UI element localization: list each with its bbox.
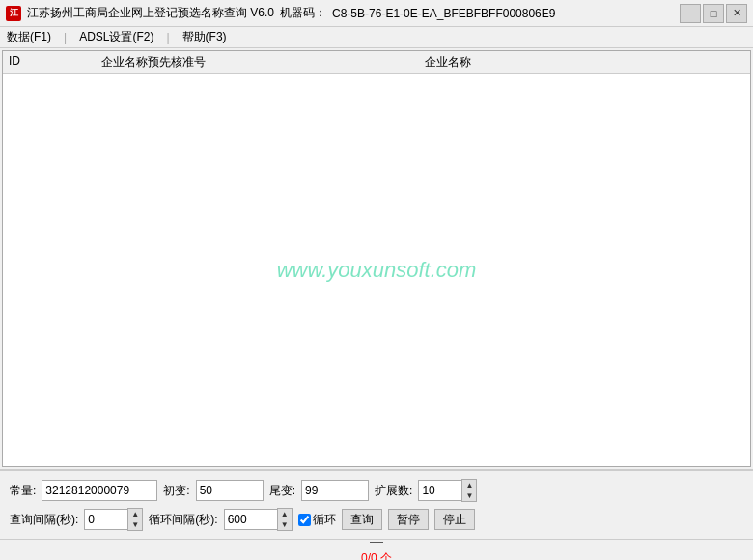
chu-input[interactable] bbox=[196, 480, 264, 501]
dash-line: — bbox=[370, 533, 383, 548]
main-content: ID 企业名称预先核准号 企业名称 www.youxunsoft.com bbox=[2, 50, 751, 467]
minimize-button[interactable]: ─ bbox=[680, 4, 701, 23]
control-row-2: 查询间隔(秒): ▲ ▼ 循环间隔(秒): ▲ ▼ 循环 查询 暂停 停止 bbox=[10, 508, 743, 531]
interval-spinner: ▲ ▼ bbox=[84, 508, 143, 531]
menu-bar: 数据(F1) | ADSL设置(F2) | 帮助(F3) bbox=[0, 27, 753, 48]
loop-check-wrap: 循环 bbox=[298, 512, 336, 528]
interval-spinner-btns: ▲ ▼ bbox=[127, 508, 143, 531]
loop-interval-down-btn[interactable]: ▼ bbox=[278, 519, 292, 530]
table-header: ID 企业名称预先核准号 企业名称 bbox=[3, 51, 750, 74]
menu-sep-1: | bbox=[64, 31, 67, 44]
interval-label: 查询间隔(秒): bbox=[10, 512, 78, 528]
menu-help[interactable]: 帮助(F3) bbox=[180, 28, 230, 46]
loop-interval-spinner: ▲ ▼ bbox=[224, 508, 293, 531]
chang-label: 常量: bbox=[10, 483, 36, 499]
loop-interval-input[interactable] bbox=[224, 509, 277, 530]
kuo-spinner-btns: ▲ ▼ bbox=[461, 479, 477, 502]
interval-down-btn[interactable]: ▼ bbox=[128, 519, 142, 530]
app-icon: 江 bbox=[6, 6, 21, 21]
interval-input[interactable] bbox=[84, 509, 127, 530]
status-bar: — 0/0 个 bbox=[0, 539, 753, 560]
kuo-down-btn[interactable]: ▼ bbox=[462, 490, 476, 501]
control-row-1: 常量: 初变: 尾变: 扩展数: ▲ ▼ bbox=[10, 479, 743, 502]
menu-sep-2: | bbox=[166, 31, 169, 44]
loop-interval-label: 循环间隔(秒): bbox=[149, 512, 217, 528]
col-id-header: ID bbox=[5, 54, 101, 70]
chang-input[interactable] bbox=[42, 480, 157, 501]
machine-code-value: C8-5B-76-E1-0E-EA_BFEBFBFF000806E9 bbox=[332, 7, 555, 20]
title-buttons: ─ □ ✕ bbox=[680, 4, 747, 23]
col-name-header: 企业名称 bbox=[425, 54, 748, 70]
loop-interval-spinner-btns: ▲ ▼ bbox=[277, 508, 293, 531]
wei-label: 尾变: bbox=[269, 483, 295, 499]
machine-code-label: 机器码： bbox=[280, 5, 326, 21]
watermark: www.youxunsoft.com bbox=[277, 258, 477, 283]
wei-input[interactable] bbox=[301, 480, 369, 501]
control-panel: 常量: 初变: 尾变: 扩展数: ▲ ▼ 查询间隔(秒): ▲ ▼ 循环间隔(秒… bbox=[0, 469, 753, 539]
kuo-up-btn[interactable]: ▲ bbox=[462, 480, 476, 490]
table-body: www.youxunsoft.com bbox=[3, 74, 750, 466]
count-text: 0/0 个 bbox=[361, 550, 392, 560]
menu-adsl[interactable]: ADSL设置(F2) bbox=[76, 28, 156, 46]
kuo-input[interactable] bbox=[418, 480, 461, 501]
pause-button[interactable]: 暂停 bbox=[388, 509, 429, 530]
app-title: 江苏扬州工商局企业网上登记预选名称查询 V6.0 bbox=[27, 5, 274, 21]
kuo-label: 扩展数: bbox=[375, 483, 412, 499]
loop-checkbox[interactable] bbox=[298, 514, 311, 526]
stop-button[interactable]: 停止 bbox=[434, 509, 475, 530]
menu-data[interactable]: 数据(F1) bbox=[4, 28, 54, 46]
title-bar: 江 江苏扬州工商局企业网上登记预选名称查询 V6.0 机器码： C8-5B-76… bbox=[0, 0, 753, 27]
query-button[interactable]: 查询 bbox=[342, 509, 382, 530]
loop-interval-up-btn[interactable]: ▲ bbox=[278, 509, 292, 519]
interval-up-btn[interactable]: ▲ bbox=[128, 509, 142, 519]
chu-label: 初变: bbox=[163, 483, 189, 499]
title-bar-left: 江 江苏扬州工商局企业网上登记预选名称查询 V6.0 机器码： C8-5B-76… bbox=[6, 5, 555, 21]
col-code-header: 企业名称预先核准号 bbox=[101, 54, 425, 70]
kuo-spinner: ▲ ▼ bbox=[418, 479, 477, 502]
maximize-button[interactable]: □ bbox=[703, 4, 724, 23]
close-button[interactable]: ✕ bbox=[726, 4, 747, 23]
loop-check-label: 循环 bbox=[313, 512, 336, 528]
